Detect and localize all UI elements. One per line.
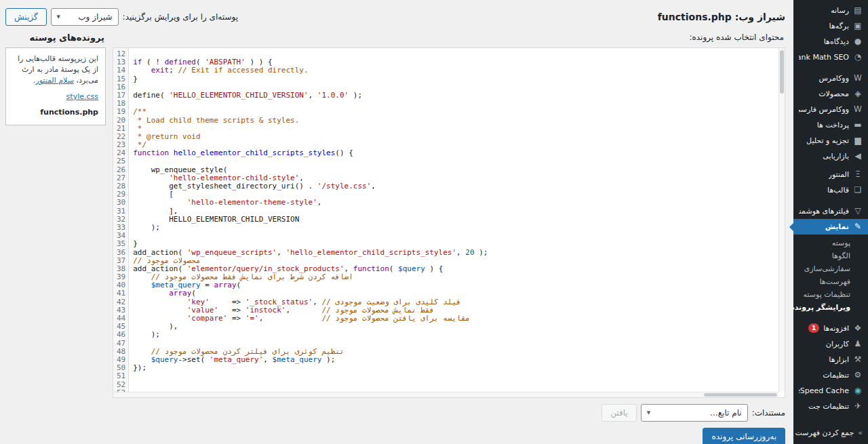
sidebar-separator — [793, 65, 868, 70]
main-content: شیراز وب: functions.php پوسته‌ای را برای… — [0, 0, 793, 444]
plugins-icon: ❖ — [853, 324, 863, 333]
sidebar-item-smart-filters[interactable]: ▽فیلترهای هوشمند — [793, 203, 868, 219]
file-list: style.cssfunctions.php — [13, 92, 98, 118]
code-line[interactable]: $query->set( 'meta_query', $meta_query )… — [133, 356, 776, 364]
documentation-row: مستندات: نام تابع… ▼ یافتن — [113, 404, 785, 422]
code-line[interactable]: define( 'HELLO_ELEMENTOR_CHILD_VERSION',… — [133, 92, 776, 100]
theme-select[interactable]: شیراز وب ▼ — [51, 8, 119, 26]
sidebar-item-woocommerce-farsi[interactable]: Wووکامرس فارسی — [793, 102, 868, 117]
code-line[interactable]: ); — [133, 331, 776, 339]
sidebar-item-payments[interactable]: ▬پرداخت ها — [793, 117, 868, 133]
code-area[interactable]: if ( ! defined( 'ABSPATH' ) ) { exit; //… — [129, 48, 785, 397]
sidebar-item-label: تنظیمات جت — [808, 402, 849, 411]
code-line[interactable]: * @return void — [133, 133, 776, 141]
sidebar-item-products[interactable]: ◈محصولات — [793, 86, 868, 102]
theme-switch-form: پوسته‌ای را برای ویرایش برگزینید: شیراز … — [5, 8, 238, 26]
sidebar-item-label: برگه‌ها — [829, 22, 849, 31]
line-number: 36 — [117, 249, 125, 257]
line-number: 46 — [117, 331, 125, 339]
documentation-label: مستندات: — [752, 408, 785, 418]
horizontal-scrollbar-thumb[interactable] — [704, 393, 777, 397]
vertical-scrollbar-thumb[interactable] — [780, 50, 784, 94]
code-line[interactable] — [133, 372, 776, 380]
sidebar-item-elementor[interactable]: Ξالمنتور — [793, 167, 868, 182]
line-number: 25 — [117, 157, 125, 165]
code-line[interactable]: * Load child theme scripts & styles. — [133, 117, 776, 125]
sidebar-item-plugins[interactable]: ❖افزونه‌ها1 — [793, 320, 868, 336]
code-line[interactable]: add_action( 'wp_enqueue_scripts', 'hello… — [133, 249, 776, 257]
sidebar-item-litespeed-cache[interactable]: ◉LiteSpeed Cache — [793, 383, 868, 399]
sidebar-item-comments[interactable]: ●دیدگاه‌ها — [793, 34, 868, 49]
sidebar-subitem-customize[interactable]: سفارشی‌سازی — [793, 262, 868, 275]
collapse-menu-button[interactable]: » جمع کردن فهرست — [793, 424, 868, 441]
code-line[interactable]: ), — [133, 323, 776, 331]
sidebar-subitem-patterns[interactable]: الگوها — [793, 249, 868, 262]
theme-files-column: پرونده‌های پوسته این زیرپوسته قالب‌هایی … — [5, 33, 106, 125]
file-item-functions.php[interactable]: functions.php — [13, 107, 98, 118]
code-line[interactable]: exit; // Exit if accessed directly. — [133, 66, 776, 75]
sidebar-item-label: رسانه — [831, 6, 849, 15]
sidebar-item-label: تجزیه و تحلیل — [806, 136, 849, 145]
sidebar-item-label: Rank Math SEO — [799, 53, 849, 62]
code-line[interactable]: }); — [133, 364, 776, 372]
sidebar-item-jet-settings[interactable]: ✈تنظیمات جت — [793, 399, 868, 414]
update-count-badge: 1 — [808, 323, 819, 333]
sidebar-item-woocommerce[interactable]: Wووکامرس — [793, 70, 868, 86]
sidebar-item-users[interactable]: ♟کاربران — [793, 336, 868, 352]
litespeed-cache-icon: ◉ — [853, 386, 863, 395]
code-line[interactable]: HELLO_ELEMENTOR_CHILD_VERSION — [133, 216, 776, 224]
line-number: 47 — [117, 340, 125, 348]
theme-select-value: شیراز وب — [78, 12, 112, 22]
vertical-scrollbar[interactable] — [778, 48, 785, 392]
code-line[interactable]: ); — [133, 224, 776, 232]
function-name-select[interactable]: نام تابع… ▼ — [641, 404, 748, 422]
sidebar-item-tools[interactable]: ⚒ابزارها — [793, 352, 868, 367]
sidebar-item-label: ابزارها — [829, 355, 849, 364]
select-theme-button[interactable]: گزینش — [5, 8, 47, 26]
selected-file-content-label: محتوای انتخاب شده پرونده: — [114, 33, 784, 43]
code-line[interactable] — [133, 232, 776, 240]
code-editor[interactable]: 1213141516171819202122232425262728293031… — [113, 47, 785, 398]
sidebar-item-analytics[interactable]: ▆تجزیه و تحلیل — [793, 133, 868, 148]
code-line[interactable]: function hello_elementor_child_scripts_s… — [133, 149, 776, 157]
products-icon: ◈ — [853, 89, 863, 98]
code-line[interactable] — [133, 381, 776, 389]
sidebar-item-templates[interactable]: ❏قالب‌ها — [793, 182, 868, 198]
file-item-style.css[interactable]: style.css — [13, 92, 98, 102]
code-line[interactable]: $meta_query = array( — [133, 281, 776, 289]
sidebar-item-pages[interactable]: ▣برگه‌ها — [793, 18, 868, 34]
sidebar-subitem-menus[interactable]: فهرست‌ها — [793, 275, 868, 288]
code-line[interactable]: 'hello-elementor-theme-style', — [133, 199, 776, 207]
sidebar-subitem-theme-settings[interactable]: تنظیمات پوسته — [793, 288, 868, 301]
pages-icon: ▣ — [853, 22, 863, 31]
parent-theme-link[interactable]: سلام المنتور — [35, 76, 74, 85]
sidebar-item-media[interactable]: ▤رسانه — [793, 3, 868, 18]
editor-layout: محتوای انتخاب شده پرونده: 12131415161718… — [5, 33, 785, 444]
sidebar-item-settings[interactable]: ⚙تنظیمات — [793, 367, 868, 383]
editor-topbar: شیراز وب: functions.php پوسته‌ای را برای… — [5, 8, 785, 26]
code-line[interactable]: 'compare' => '=', // مقایسه برای یافتن م… — [133, 315, 776, 323]
line-number: 14 — [117, 66, 125, 75]
code-line[interactable]: } — [133, 75, 776, 83]
analytics-icon: ▆ — [853, 136, 863, 145]
sidebar-item-label: دیدگاه‌ها — [824, 37, 849, 46]
sidebar-subitem-themes[interactable]: پوسته — [793, 237, 868, 249]
horizontal-scrollbar[interactable] — [113, 392, 778, 397]
sidebar-item-marketing[interactable]: ◀بازاریابی — [793, 148, 868, 164]
sidebar-item-label: کاربران — [826, 340, 849, 348]
sidebar-subitem-theme-file-editor[interactable]: ویرایشگر پرونده پوسته — [793, 301, 868, 314]
update-file-button[interactable]: به‌روزرسانی پرونده — [703, 428, 785, 444]
code-line[interactable] — [133, 157, 776, 165]
appearance-submenu: پوستهالگوهاسفارشی‌سازیفهرست‌هاتنظیمات پو… — [793, 235, 868, 320]
code-line[interactable]: * — [133, 125, 776, 133]
sidebar-item-appearance[interactable]: ✎نمایش — [793, 219, 868, 235]
sidebar-item-label: نمایش — [825, 222, 849, 231]
page-title: شیراز وب: functions.php — [658, 12, 785, 22]
code-line[interactable] — [133, 100, 776, 108]
sidebar-item-rank-math-seo[interactable]: ◔Rank Math SEO — [793, 49, 868, 65]
editor-column: محتوای انتخاب شده پرونده: 12131415161718… — [113, 33, 785, 444]
sidebar-menu: ▤رسانه▣برگه‌ها●دیدگاه‌ها◔Rank Math SEOWو… — [793, 0, 868, 414]
update-row: به‌روزرسانی پرونده — [113, 428, 785, 444]
lookup-button[interactable]: یافتن — [601, 404, 637, 422]
code-line[interactable]: get_stylesheet_directory_uri() . '/style… — [133, 182, 776, 190]
